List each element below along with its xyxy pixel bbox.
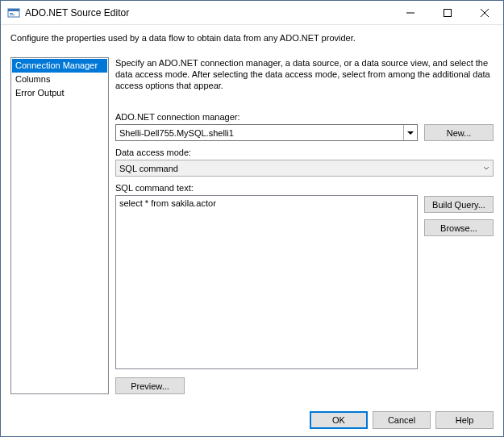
minimize-button[interactable] (392, 1, 429, 24)
window-controls (392, 1, 503, 24)
sql-text-wrap: SQL command text: (115, 183, 418, 369)
sql-area: SQL command text: Build Query... Browse.… (115, 183, 494, 369)
connection-manager-label: ADO.NET connection manager: (115, 112, 494, 122)
sql-command-textarea[interactable] (115, 195, 418, 369)
svg-marker-8 (407, 131, 414, 135)
nav-item-columns[interactable]: Columns (12, 73, 107, 86)
pane-description: Specify an ADO.NET connection manager, a… (115, 57, 494, 91)
ok-button[interactable]: OK (310, 411, 368, 429)
new-connection-button[interactable]: New... (424, 124, 494, 141)
connection-manager-value: Shelli-Dell755.MySQL.shelli1 (119, 128, 403, 138)
maximize-button[interactable] (429, 1, 466, 24)
build-query-button[interactable]: Build Query... (424, 196, 494, 213)
svg-rect-2 (10, 13, 13, 14)
app-icon (7, 6, 20, 19)
svg-rect-1 (8, 9, 19, 11)
data-access-mode-value: SQL command (119, 164, 479, 173)
dialog-body: Configure the properties used by a data … (1, 25, 503, 402)
nav-item-error-output[interactable]: Error Output (12, 86, 107, 100)
data-access-mode-row: SQL command (115, 160, 494, 177)
window-title: ADO.NET Source Editor (25, 7, 392, 19)
nav-item-connection-manager[interactable]: Connection Manager (12, 59, 107, 73)
chevron-down-icon (479, 160, 493, 176)
data-access-mode-label: Data access mode: (115, 148, 494, 157)
preview-row: Preview... (115, 377, 494, 394)
preview-button[interactable]: Preview... (115, 377, 185, 394)
browse-button[interactable]: Browse... (424, 219, 494, 236)
close-button[interactable] (466, 1, 503, 24)
dialog-footer: OK Cancel Help (1, 402, 503, 436)
svg-rect-5 (444, 9, 452, 16)
sql-command-label: SQL command text: (115, 183, 418, 193)
svg-rect-3 (10, 15, 15, 15)
sql-side-buttons: Build Query... Browse... (424, 183, 494, 369)
nav-list[interactable]: Connection Manager Columns Error Output (10, 57, 109, 394)
dialog-instructions: Configure the properties used by a data … (10, 33, 494, 43)
connection-manager-row: Shelli-Dell755.MySQL.shelli1 New... (115, 124, 494, 141)
data-access-mode-combo[interactable]: SQL command (115, 160, 494, 177)
titlebar: ADO.NET Source Editor (1, 1, 503, 25)
dialog-window: ADO.NET Source Editor Configure the prop… (0, 0, 504, 437)
content-row: Connection Manager Columns Error Output … (10, 57, 494, 394)
connection-pane: Specify an ADO.NET connection manager, a… (115, 57, 494, 394)
help-button[interactable]: Help (435, 411, 494, 429)
connection-manager-combo[interactable]: Shelli-Dell755.MySQL.shelli1 (115, 124, 418, 141)
cancel-button[interactable]: Cancel (373, 411, 431, 429)
chevron-down-icon (403, 125, 417, 140)
